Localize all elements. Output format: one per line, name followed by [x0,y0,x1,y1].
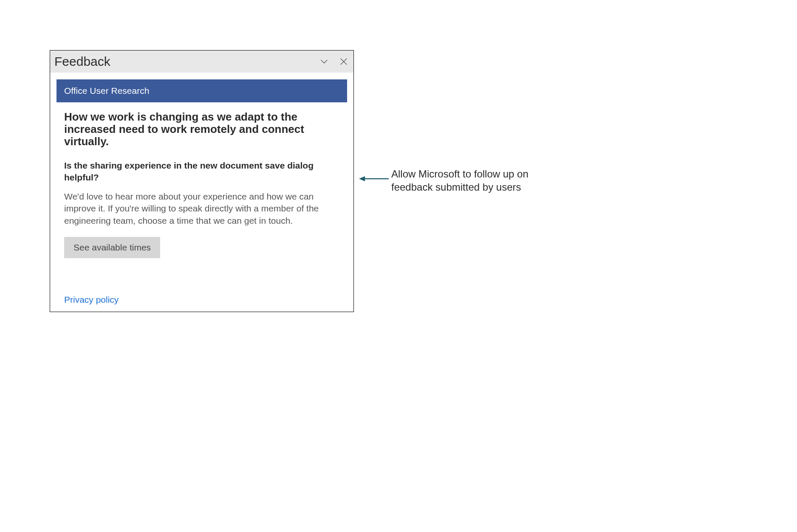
body-description: We'd love to hear more about your experi… [64,191,339,227]
svg-marker-1 [359,176,365,181]
panel-body: Office User Research How we work is chan… [50,73,353,258]
annotation-label: Allow Microsoft to follow up on feedback… [391,167,561,194]
chevron-down-icon[interactable] [319,57,329,66]
see-available-times-button[interactable]: See available times [64,237,160,258]
feedback-panel: Feedback Office User Research How we wor… [50,50,354,312]
privacy-policy-link[interactable]: Privacy policy [64,295,119,305]
question-heading: Is the sharing experience in the new doc… [64,160,339,183]
panel-header: Feedback [50,51,353,73]
panel-title: Feedback [54,54,319,69]
header-controls [319,57,348,66]
annotation-arrow-icon [359,175,389,184]
close-icon[interactable] [339,57,348,66]
research-banner: Office User Research [57,79,347,102]
main-heading: How we work is changing as we adapt to t… [64,111,339,148]
